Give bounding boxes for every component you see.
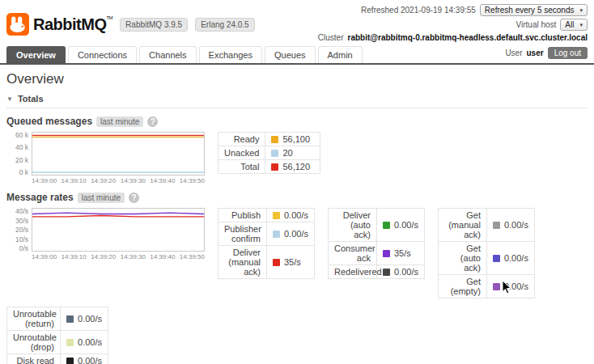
legend-value: 0.00/s: [61, 331, 108, 354]
legend-value: 0.00/s: [61, 354, 108, 364]
legend-value: 0.00/s: [486, 242, 534, 275]
chevron-down-icon: ▾: [579, 7, 583, 14]
table-row: Consumer ack 35/s: [328, 242, 424, 265]
legend-label: Deliver (auto ack): [328, 209, 376, 242]
legend-value: 0.00/s: [486, 275, 534, 298]
y-axis-labels: 40/s30/s20/s10/s0/s: [6, 208, 32, 252]
queued-range-badge[interactable]: last minute: [96, 116, 143, 127]
message-rates-header: Message rates last minute ?: [6, 192, 588, 203]
series-color-swatch: [273, 231, 280, 238]
legend-label: Get (manual ack): [438, 209, 486, 242]
message-rates-title: Message rates: [6, 192, 74, 203]
table-row: Deliver (auto ack) 0.00/s: [328, 209, 424, 242]
tab-admin[interactable]: Admin: [318, 46, 363, 63]
table-row: Publish 0.00/s: [219, 209, 315, 222]
table-row: Get (empty) 0.00/s: [438, 275, 534, 298]
legend-value: 56,100: [265, 133, 320, 146]
logout-button[interactable]: Log out: [548, 47, 588, 59]
series-color-swatch: [273, 212, 280, 219]
series-color-swatch: [383, 269, 390, 276]
legend-label: Unacked: [219, 146, 265, 160]
cluster-label: Cluster: [318, 33, 344, 42]
series-color-swatch: [383, 222, 390, 229]
legend-label: Get (empty): [438, 275, 486, 298]
logo[interactable]: RabbitMQTM RabbitMQ 3.9.5 Erlang 24.0.5: [6, 4, 255, 44]
table-row: Get (auto ack) 0.00/s: [438, 242, 534, 275]
tab-connections[interactable]: Connections: [68, 46, 137, 63]
help-icon[interactable]: ?: [129, 193, 139, 203]
rates-legend-table-3: Get (manual ack) 0.00/s Get (auto ack) 0…: [438, 208, 535, 298]
queued-messages-title: Queued messages: [6, 116, 92, 127]
cluster-name: rabbit@rabbitmq-0.rabbitmq-headless.defa…: [348, 33, 588, 42]
legend-label: Redelivered: [328, 265, 376, 279]
legend-label: Publish: [219, 209, 267, 222]
series-color-swatch: [66, 315, 74, 323]
legend-value: 0.00/s: [267, 222, 315, 246]
tab-overview[interactable]: Overview: [6, 46, 66, 63]
legend-value: 0.00/s: [376, 209, 424, 242]
header: RabbitMQTM RabbitMQ 3.9.5 Erlang 24.0.5 …: [0, 0, 594, 44]
legend-value: 35/s: [267, 246, 315, 279]
rates-extra-table: Unroutable (return) 0.00/s Unroutable (d…: [6, 307, 108, 364]
refreshed-timestamp: Refreshed 2021-09-19 14:39:55: [361, 6, 476, 15]
rates-legend-table-2: Deliver (auto ack) 0.00/s Consumer ack 3…: [328, 208, 425, 279]
series-color-swatch: [66, 358, 74, 364]
totals-title: Totals: [18, 94, 44, 104]
collapse-arrow-icon: ▼: [6, 95, 13, 103]
y-axis-labels: 60 k40 k20 k0 k: [6, 132, 32, 176]
erlang-version-badge: Erlang 24.0.5: [195, 18, 255, 32]
legend-label: Total: [219, 160, 265, 174]
rabbitmq-logo-icon: [6, 13, 29, 36]
legend-label: Get (auto ack): [438, 242, 486, 275]
chart-plot-area: [32, 208, 205, 252]
legend-value: 0.00/s: [376, 265, 424, 279]
table-row: Publisher confirm 0.00/s: [219, 222, 315, 246]
chart-plot-area: [32, 132, 205, 176]
x-axis-labels: 14:39:0014:39:1014:39:2014:39:3014:39:40…: [32, 253, 205, 260]
table-row: Get (manual ack) 0.00/s: [438, 209, 534, 242]
legend-value: 20: [265, 146, 320, 160]
totals-section-toggle[interactable]: ▼ Totals: [6, 92, 588, 108]
message-rates-chart: 40/s30/s20/s10/s0/s 14:39:0014:39:1014:3…: [6, 208, 205, 260]
table-row: Disk read 0.00/s: [7, 354, 108, 364]
help-icon[interactable]: ?: [147, 116, 158, 127]
header-status: Refreshed 2021-09-19 14:39:55 Refresh ev…: [318, 4, 588, 44]
series-color-swatch: [493, 222, 500, 229]
rates-range-badge[interactable]: last minute: [78, 193, 125, 203]
x-axis-labels: 14:39:0014:39:1014:39:2014:39:3014:39:40…: [32, 177, 205, 184]
tm-mark: TM: [106, 15, 112, 20]
legend-value: 0.00/s: [61, 307, 108, 331]
user-name: user: [527, 49, 544, 57]
legend-label: Ready: [219, 133, 265, 146]
legend-value: 56,120: [265, 160, 320, 174]
queued-legend-table: Ready 56,100 Unacked 20 Total 56,120: [218, 132, 320, 174]
series-color-swatch: [271, 163, 278, 171]
table-row: Ready 56,100: [219, 133, 320, 146]
legend-label: Unroutable (drop): [7, 331, 61, 354]
brand-text: RabbitMQTM: [33, 15, 112, 34]
page-title: Overview: [6, 71, 588, 87]
tab-channels[interactable]: Channels: [139, 46, 196, 63]
legend-label: Disk read: [7, 354, 61, 364]
legend-label: Publisher confirm: [219, 222, 267, 246]
queued-messages-chart: 60 k40 k20 k0 k 14:39:0014:39:1014:39:20…: [6, 132, 205, 184]
chevron-down-icon: ▾: [579, 22, 583, 28]
virtual-host-select[interactable]: All▾: [560, 19, 588, 31]
series-color-swatch: [493, 283, 500, 290]
series-color-swatch: [271, 150, 278, 157]
series-color-swatch: [66, 339, 74, 346]
legend-label: Deliver (manual ack): [219, 246, 267, 279]
tab-exchanges[interactable]: Exchanges: [199, 46, 262, 63]
refresh-interval-select[interactable]: Refresh every 5 seconds▾: [480, 4, 588, 16]
legend-value: 35/s: [376, 242, 424, 265]
series-color-swatch: [273, 259, 280, 266]
virtual-host-label: Virtual host: [516, 20, 557, 29]
tab-bar: Overview Connections Channels Exchanges …: [0, 46, 594, 65]
table-row: Unroutable (drop) 0.00/s: [7, 331, 108, 354]
rabbitmq-version-badge: RabbitMQ 3.9.5: [120, 18, 188, 32]
table-row: Deliver (manual ack) 35/s: [219, 246, 315, 279]
tab-queues[interactable]: Queues: [265, 46, 316, 63]
table-row: Unroutable (return) 0.00/s: [7, 307, 108, 331]
series-color-swatch: [493, 255, 500, 262]
legend-value: 0.00/s: [486, 209, 534, 242]
